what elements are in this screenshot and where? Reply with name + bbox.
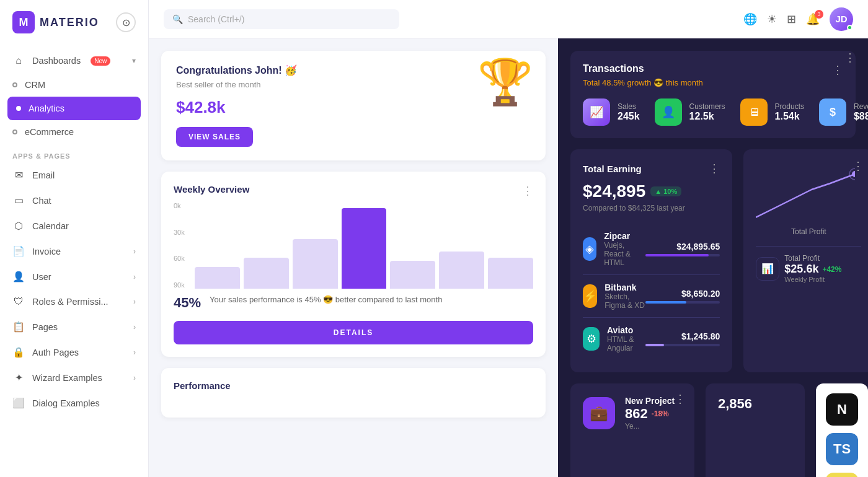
sidebar-item-label: Auth Pages	[32, 348, 79, 357]
chart-y-labels: 90k 60k 30k 0k	[174, 202, 185, 289]
trans-emoji: 😎	[653, 78, 663, 87]
lock-icon: 🔒	[12, 346, 25, 358]
sales-label: Sales	[618, 102, 640, 111]
aviato-progress-fill	[645, 344, 664, 346]
sidebar-item-crm[interactable]: CRM	[0, 73, 148, 97]
sidebar-item-dashboards[interactable]: ⌂ Dashboards New ▾	[0, 48, 148, 73]
sidebar-item-invoice[interactable]: 📄 Invoice ›	[0, 239, 148, 264]
total-profit-label: Total Profit	[756, 227, 861, 236]
bar-4	[342, 208, 387, 289]
trophy-icon: 🏆	[477, 59, 533, 104]
stat-customers: 👤 Customers 12.5k	[655, 98, 725, 126]
sidebar-item-label: Dialog Examples	[32, 398, 100, 408]
wizard-icon: ✦	[12, 372, 25, 383]
weekly-profit-badge: +42%	[822, 265, 841, 274]
transactions-menu-icon[interactable]: ⋮	[832, 63, 843, 77]
sidebar-item-auth[interactable]: 🔒 Auth Pages ›	[0, 339, 148, 365]
sidebar-item-calendar[interactable]: ⬡ Calendar	[0, 213, 148, 239]
user-icon: 👤	[12, 271, 25, 282]
products-icon: 🖥	[740, 98, 768, 126]
aviato-sub: HTML & Angular	[607, 335, 645, 352]
sidebar-item-chat[interactable]: ▭ Chat	[0, 188, 148, 213]
earning-menu-icon[interactable]: ⋮	[709, 162, 720, 175]
nextjs-logo: N	[826, 393, 858, 426]
sidebar-item-analytics[interactable]: Analytics	[7, 97, 141, 120]
sidebar-item-user[interactable]: 👤 User ›	[0, 264, 148, 289]
profit-menu-icon[interactable]: ⋮	[852, 159, 864, 173]
bar-chart-icon: 📊	[761, 263, 774, 274]
customers-icon: 👤	[655, 98, 682, 126]
earning-item-bitbank: ⚡ Bitbank Sketch, Figma & XD $8,650.20	[583, 275, 720, 318]
sidebar-item-label: Analytics	[29, 103, 64, 113]
stat-revenue: $ Revenue $88k	[819, 98, 868, 126]
project-details: New Project 862 -18% Ye...	[625, 396, 675, 431]
grid-icon[interactable]: ⊞	[787, 12, 796, 26]
earning-pct-badge: ▲ 10%	[650, 186, 681, 196]
sidebar-item-email[interactable]: ✉ Email	[0, 162, 148, 188]
home-icon: ⌂	[12, 55, 25, 66]
zipcar-amount: $24,895.65	[645, 242, 720, 252]
view-sales-button[interactable]: VIEW SALES	[176, 127, 253, 147]
dot-icon	[12, 82, 17, 87]
revenue-value: $88k	[854, 111, 868, 122]
weekly-profit-value: $25.6k	[784, 263, 818, 276]
sidebar-item-label: Calendar	[32, 221, 69, 231]
sidebar-item-label: Invoice	[32, 247, 61, 256]
logo-icon: M	[12, 11, 35, 33]
user-avatar[interactable]: JD	[830, 7, 853, 31]
search-box[interactable]: 🔍 Search (Ctrl+/)	[164, 9, 399, 29]
weekly-profit-section: 📊 Total Profit $25.6k +42% Weekly Profit	[756, 246, 861, 283]
sidebar-item-wizard[interactable]: ✦ Wizard Examples ›	[0, 365, 148, 390]
chat-icon: ▭	[12, 195, 25, 206]
weekly-profit-sublabel: Weekly Profit	[784, 276, 841, 283]
performance-card: Performance ⋮	[161, 368, 546, 418]
zipcar-progress-fill	[645, 254, 709, 256]
notification-icon[interactable]: 🔔 3	[806, 12, 820, 26]
trans-growth-text: Total 48.5% growth	[583, 78, 653, 87]
translate-icon[interactable]: 🌐	[743, 12, 757, 26]
chevron-right-icon: ›	[133, 374, 136, 382]
row-bottom: ⋮ 💼 New Project 862 -18% Ye...	[570, 383, 856, 477]
main-area: 🔍 Search (Ctrl+/) 🌐 ☀ ⊞ 🔔 3 JD Co	[149, 0, 868, 477]
row-earning-profit: Total Earning ⋮ $24,895 ▲ 10% Compared t…	[570, 149, 856, 372]
search-icon: 🔍	[172, 14, 183, 24]
apps-pages-label: APPS & PAGES	[0, 144, 148, 162]
project-sub: Ye...	[625, 422, 675, 431]
project-badge: -18%	[652, 409, 669, 418]
tech-logos-card: N TS JS	[816, 383, 868, 477]
sidebar-item-ecommerce[interactable]: eCommerce	[0, 120, 148, 144]
details-button[interactable]: DETAILS	[174, 321, 533, 344]
weekly-footer: 45% Your sales performance is 45% 😎 bett…	[174, 295, 533, 311]
theme-icon[interactable]: ☀	[767, 12, 777, 26]
weekly-profit-label: Total Profit	[784, 254, 841, 263]
bar-1	[195, 267, 240, 289]
bar-3	[293, 239, 338, 289]
total-earning-card: Total Earning ⋮ $24,895 ▲ 10% Compared t…	[570, 149, 732, 372]
sidebar-item-label: User	[32, 272, 51, 282]
zipcar-name: Zipcar	[604, 231, 645, 241]
bar-2	[244, 258, 289, 289]
sidebar-item-label: Roles & Permissi...	[32, 297, 108, 307]
sidebar-item-pages[interactable]: 📋 Pages ›	[0, 314, 148, 339]
sidebar-item-label: eCommerce	[25, 127, 74, 137]
sidebar-toggle[interactable]: ⊙	[116, 12, 136, 32]
bar-chart: 90k 60k 30k 0k	[174, 202, 533, 289]
weekly-description: Your sales performance is 45% 😎 better c…	[210, 295, 442, 304]
bitbank-name: Bitbank	[604, 282, 645, 292]
project-menu-icon[interactable]: ⋮	[675, 392, 686, 406]
zipcar-sub: Vuejs, React & HTML	[604, 241, 645, 267]
new-project-card: ⋮ 💼 New Project 862 -18% Ye...	[570, 383, 694, 477]
content-right: Transactions Total 48.5% growth 😎 this m…	[558, 38, 868, 477]
stat-products: 🖥 Products 1.54k	[740, 98, 804, 126]
sidebar-item-roles[interactable]: 🛡 Roles & Permissi... ›	[0, 289, 148, 314]
new-badge: New	[91, 56, 110, 66]
chevron-down-icon: ▾	[132, 56, 136, 65]
chevron-right-icon: ›	[133, 348, 136, 357]
weekly-menu-icon[interactable]: ⋮	[522, 184, 533, 198]
content-left: Congratulations John! 🥳 Best seller of t…	[149, 38, 558, 477]
sidebar-item-dialog[interactable]: ⬜ Dialog Examples	[0, 390, 148, 416]
online-indicator	[847, 25, 852, 30]
earning-item-aviato: ⚙ Aviato HTML & Angular $1,245.80	[583, 318, 720, 360]
typescript-logo: TS	[826, 433, 858, 465]
transactions-card: Transactions Total 48.5% growth 😎 this m…	[570, 51, 856, 138]
